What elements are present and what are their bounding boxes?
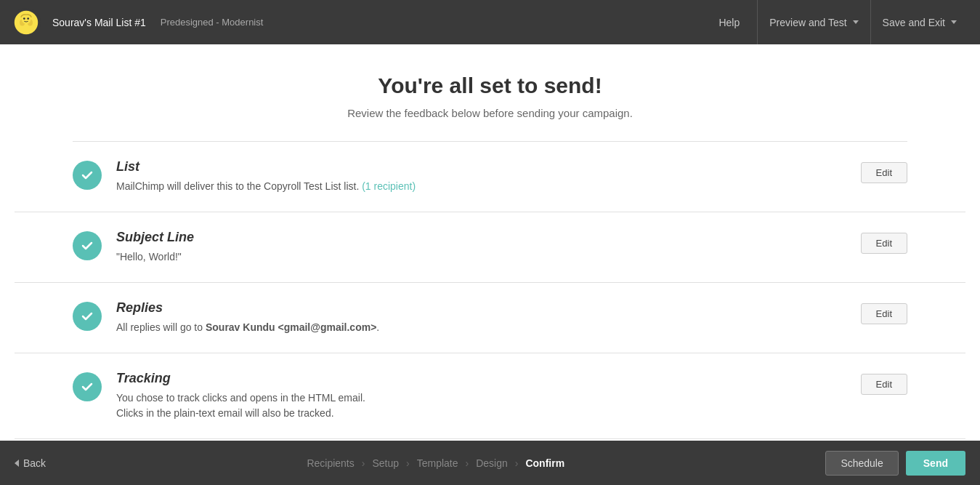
replies-edit: Edit	[861, 303, 907, 324]
breadcrumb-sep-3: ›	[466, 457, 469, 469]
breadcrumb-setup: Setup	[372, 457, 399, 469]
replies-body: Replies All replies will go to Sourav Ku…	[116, 300, 846, 335]
nav-title: Sourav's Mail List #1	[52, 17, 146, 28]
list-body: List MailChimp will deliver this to the …	[116, 159, 846, 194]
top-navigation: Sourav's Mail List #1 Predesigned - Mode…	[0, 0, 980, 44]
tracking-body: Tracking You chose to track clicks and o…	[116, 371, 846, 421]
bottom-actions: Schedule Send	[825, 451, 965, 476]
logo	[12, 8, 41, 37]
breadcrumb-design: Design	[476, 457, 508, 469]
tracking-check-icon	[73, 372, 102, 401]
list-edit: Edit	[861, 162, 907, 183]
subject-description: "Hello, World!"	[116, 249, 846, 265]
schedule-button[interactable]: Schedule	[825, 451, 898, 476]
tracking-description: You chose to track clicks and opens in t…	[116, 390, 846, 421]
svg-point-5	[23, 17, 25, 20]
back-button[interactable]: Back	[15, 457, 46, 469]
list-edit-button[interactable]: Edit	[861, 162, 907, 183]
tracking-section: Tracking You chose to track clicks and o…	[15, 353, 965, 439]
breadcrumb-template: Template	[417, 457, 458, 469]
page-subtitle: Review the feedback below before sending…	[15, 107, 965, 119]
replies-check-icon	[73, 302, 102, 331]
breadcrumb-sep-4: ›	[515, 457, 519, 469]
breadcrumb-sep-2: ›	[406, 457, 410, 469]
subject-edit: Edit	[861, 233, 907, 254]
subject-title: Subject Line	[116, 230, 846, 245]
replies-section: Replies All replies will go to Sourav Ku…	[15, 283, 965, 353]
chevron-down-icon	[951, 20, 957, 24]
bottom-bar: Back Recipients › Setup › Template › Des…	[0, 441, 980, 485]
save-exit-button[interactable]: Save and Exit	[870, 0, 968, 44]
subject-check-icon	[73, 231, 102, 260]
list-section: List MailChimp will deliver this to the …	[15, 142, 965, 212]
replies-description: All replies will go to Sourav Kundu <gma…	[116, 320, 846, 335]
send-button[interactable]: Send	[906, 451, 965, 476]
preview-test-button[interactable]: Preview and Test	[757, 0, 870, 44]
tracking-edit: Edit	[861, 374, 907, 395]
breadcrumb-confirm: Confirm	[525, 457, 564, 469]
svg-point-4	[22, 15, 31, 24]
main-content: You're all set to send! Review the feedb…	[0, 44, 980, 441]
chevron-down-icon	[853, 20, 859, 24]
nav-subtitle: Predesigned - Modernist	[161, 17, 264, 28]
replies-edit-button[interactable]: Edit	[861, 303, 907, 324]
list-description: MailChimp will deliver this to the Copyr…	[116, 179, 846, 194]
subject-edit-button[interactable]: Edit	[861, 233, 907, 254]
svg-point-6	[27, 17, 29, 20]
subject-line-section: Subject Line "Hello, World!" Edit	[15, 212, 965, 283]
subject-body: Subject Line "Hello, World!"	[116, 230, 846, 265]
page-header: You're all set to send! Review the feedb…	[15, 73, 965, 119]
list-title: List	[116, 159, 846, 175]
tracking-edit-button[interactable]: Edit	[861, 374, 907, 395]
tracking-title: Tracking	[116, 371, 846, 386]
page-title: You're all set to send!	[15, 73, 965, 98]
breadcrumb: Recipients › Setup › Template › Design ›…	[46, 457, 825, 469]
help-link[interactable]: Help	[718, 17, 740, 28]
chevron-left-icon	[15, 460, 19, 467]
recipient-link[interactable]: (1 recipient)	[362, 180, 416, 192]
breadcrumb-sep-1: ›	[362, 457, 365, 469]
breadcrumb-recipients: Recipients	[307, 457, 354, 469]
replies-title: Replies	[116, 300, 846, 316]
list-check-icon	[73, 161, 102, 190]
